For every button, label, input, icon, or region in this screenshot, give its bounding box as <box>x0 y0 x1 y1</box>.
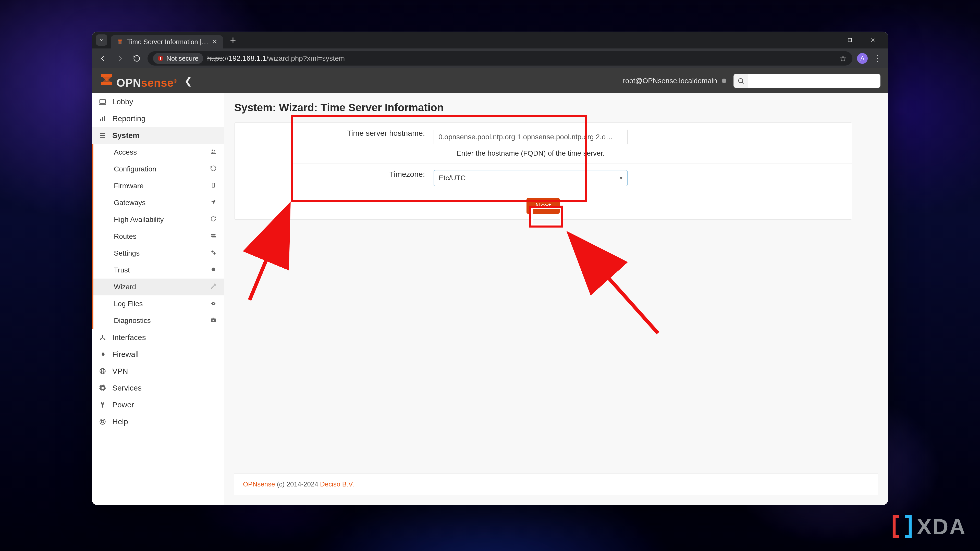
sidebar-sub-diagnostics[interactable]: Diagnostics <box>94 312 224 329</box>
tab-favicon-icon <box>116 38 124 45</box>
refresh-icon <box>209 216 218 224</box>
footer-brand-link[interactable]: OPNsense <box>243 480 275 488</box>
svg-point-27 <box>213 253 215 254</box>
browser-toolbar: ! Not secure https://192.168.1.1/wizard.… <box>92 48 888 68</box>
sidebar-item-label: Services <box>112 384 142 392</box>
sidebar-item-interfaces[interactable]: Interfaces <box>92 329 224 346</box>
sidebar-item-label: Settings <box>114 249 140 257</box>
xda-watermark: XDA <box>891 514 966 539</box>
svg-point-9 <box>738 79 742 83</box>
security-chip[interactable]: ! Not secure <box>153 53 203 64</box>
sidebar-item-label: Routes <box>114 232 137 241</box>
sidebar-sub-routes[interactable]: Routes <box>94 228 224 245</box>
sidebar-item-label: Trust <box>114 266 130 274</box>
url-text: https://192.168.1.1/wizard.php?xml=syste… <box>207 54 345 62</box>
reload-button[interactable] <box>130 52 143 65</box>
svg-line-50 <box>250 208 288 300</box>
search-button[interactable] <box>733 74 748 88</box>
profile-avatar[interactable]: A <box>857 53 868 64</box>
page-title: System: Wizard: Time Server Information <box>234 102 878 114</box>
svg-marker-25 <box>211 236 212 237</box>
xda-text: XDA <box>917 514 966 539</box>
tab-search-button[interactable] <box>96 35 107 46</box>
window-maximize-button[interactable] <box>838 33 861 47</box>
avatar-initial: A <box>860 55 864 62</box>
wand-icon <box>209 283 218 291</box>
next-button[interactable]: Next <box>527 198 560 214</box>
svg-point-26 <box>211 251 213 252</box>
sidebar-item-reporting[interactable]: Reporting <box>92 110 224 127</box>
timezone-value: Etc/UTC <box>439 174 466 182</box>
sidebar-item-label: Wizard <box>114 283 136 291</box>
logo-text: OPNsense® <box>116 76 177 89</box>
sidebar-sub-log-files[interactable]: Log Files <box>94 295 224 312</box>
location-arrow-icon <box>209 199 218 207</box>
signpost-icon <box>209 232 218 241</box>
sidebar-sub-settings[interactable]: Settings <box>94 245 224 262</box>
svg-point-19 <box>212 149 213 151</box>
timezone-select[interactable]: Etc/UTC ▾ <box>434 170 628 186</box>
sidebar-sub-configuration[interactable]: Configuration <box>94 161 224 178</box>
app-body: Lobby Reporting System Access Configurat… <box>92 94 888 505</box>
sidebar-item-lobby[interactable]: Lobby <box>92 94 224 110</box>
svg-rect-2 <box>119 40 121 44</box>
sidebar-sub-high-availability[interactable]: High Availability <box>94 211 224 228</box>
sidebar-item-vpn[interactable]: VPN <box>92 363 224 380</box>
bookmark-star-icon[interactable]: ☆ <box>839 53 847 64</box>
opnsense-logo[interactable]: OPNsense® <box>100 73 177 89</box>
svg-rect-13 <box>100 119 101 121</box>
gear-icon <box>98 384 107 392</box>
content-area: System: Wizard: Time Server Information … <box>224 94 888 505</box>
window-close-button[interactable] <box>862 33 884 47</box>
sidebar-item-label: Configuration <box>114 165 156 173</box>
sidebar-sub-firmware[interactable]: Firmware <box>94 178 224 194</box>
footer-mid: (c) 2014-2024 <box>275 480 320 488</box>
sidebar-collapse-button[interactable]: ❮ <box>184 75 192 86</box>
svg-rect-34 <box>213 318 215 318</box>
svg-rect-4 <box>848 38 852 42</box>
svg-line-30 <box>214 284 215 284</box>
search-input[interactable] <box>748 74 880 88</box>
header-search <box>733 74 880 88</box>
timezone-label: Timezone: <box>291 170 434 179</box>
sidebar-item-firewall[interactable]: Firewall <box>92 346 224 363</box>
status-dot-icon <box>722 79 726 83</box>
browser-tabstrip: Time Server Information | Wiza… ✕ + <box>92 32 888 48</box>
nav-back-button[interactable] <box>97 52 109 65</box>
svg-rect-14 <box>102 118 103 121</box>
opnsense-app: OPNsense® ❮ root@OPNsense.localdomain Lo… <box>92 68 888 505</box>
sidebar-sub-access[interactable]: Access <box>94 144 224 161</box>
sidebar-item-services[interactable]: Services <box>92 380 224 396</box>
timeserver-input[interactable] <box>434 129 628 145</box>
sidebar-item-label: Access <box>114 148 137 156</box>
sidebar-sub-trust[interactable]: Trust <box>94 262 224 279</box>
not-secure-icon: ! <box>158 56 163 61</box>
browser-menu-button[interactable]: ⋮ <box>872 53 883 64</box>
address-bar[interactable]: ! Not secure https://192.168.1.1/wizard.… <box>148 51 853 65</box>
sidebar-item-help[interactable]: Help <box>92 413 224 430</box>
new-tab-button[interactable]: + <box>228 35 239 46</box>
nav-forward-button[interactable] <box>114 52 126 65</box>
sidebar-item-label: Lobby <box>112 97 133 106</box>
chart-icon <box>98 115 107 122</box>
svg-rect-11 <box>100 100 106 103</box>
sidebar-item-system[interactable]: System <box>92 127 224 144</box>
sidebar-item-label: Diagnostics <box>114 317 151 325</box>
device-icon <box>209 182 218 191</box>
window-minimize-button[interactable] <box>816 33 838 47</box>
sidebar-sub-wizard[interactable]: Wizard <box>94 279 224 295</box>
sidebar-item-power[interactable]: Power <box>92 396 224 413</box>
history-icon <box>209 165 218 173</box>
footer-company-link[interactable]: Deciso B.V. <box>320 480 354 488</box>
sidebar-sub-gateways[interactable]: Gateways <box>94 194 224 211</box>
users-icon <box>209 148 218 157</box>
tab-close-button[interactable]: ✕ <box>212 38 218 46</box>
sidebar-item-label: High Availability <box>114 216 164 224</box>
list-icon <box>98 132 107 139</box>
header-user[interactable]: root@OPNsense.localdomain <box>623 77 726 85</box>
svg-rect-8 <box>101 82 112 85</box>
svg-rect-21 <box>212 183 215 187</box>
svg-rect-24 <box>212 236 216 237</box>
browser-tab-active[interactable]: Time Server Information | Wiza… ✕ <box>111 35 223 48</box>
wizard-panel: Time server hostname: Enter the hostname… <box>234 122 852 220</box>
